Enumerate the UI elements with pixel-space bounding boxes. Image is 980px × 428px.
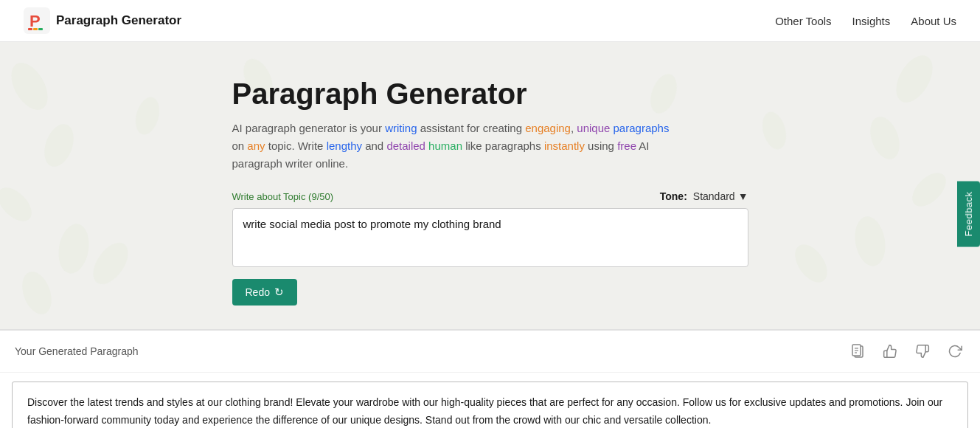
nav-insights[interactable]: Insights: [852, 15, 891, 27]
logo-text: Paragraph Generator: [56, 13, 181, 28]
generated-title: Your Generated Paragraph: [15, 345, 139, 357]
tone-dropdown[interactable]: Standard ▼: [693, 190, 748, 202]
logo-area: P Paragraph Generator: [24, 7, 181, 34]
generated-text: Discover the latest trends and styles at…: [27, 396, 942, 426]
svg-point-6: [39, 120, 79, 171]
chevron-down-icon: ▼: [738, 190, 748, 202]
generated-section: Your Generated Paragraph: [0, 330, 980, 428]
tone-label: Tone:: [660, 190, 687, 202]
svg-point-11: [865, 113, 905, 164]
svg-point-12: [906, 167, 952, 213]
svg-point-10: [889, 49, 940, 109]
svg-point-19: [788, 238, 833, 288]
input-label: Write about Topic (9/50): [232, 191, 334, 202]
svg-point-7: [0, 182, 38, 227]
thumbs-up-icon[interactable]: [880, 341, 900, 362]
content-wrapper: Paragraph Generator AI paragraph generat…: [232, 77, 748, 306]
refresh-icon[interactable]: [945, 341, 965, 362]
svg-point-5: [4, 57, 55, 117]
topic-input[interactable]: [232, 208, 748, 267]
feedback-tab[interactable]: Feedback: [957, 181, 980, 246]
header: P Paragraph Generator Other Tools Insigh…: [0, 0, 980, 42]
action-icons: [847, 341, 965, 362]
input-header: Write about Topic (9/50) Tone: Standard …: [232, 190, 748, 202]
page-title: Paragraph Generator: [232, 77, 748, 111]
svg-point-9: [17, 268, 57, 319]
nav-about-us[interactable]: About Us: [911, 15, 956, 27]
svg-point-17: [759, 109, 790, 152]
nav-links: Other Tools Insights About Us: [775, 15, 956, 27]
generated-header: Your Generated Paragraph: [0, 331, 980, 373]
page-description: AI paragraph generator is your writing a…: [232, 120, 748, 173]
generated-content: Discover the latest trends and styles at…: [12, 382, 968, 428]
bottom-wrapper: Your Generated Paragraph: [0, 329, 980, 428]
nav-other-tools[interactable]: Other Tools: [775, 15, 831, 27]
svg-rect-3: [33, 28, 38, 30]
redo-icon: ↻: [274, 286, 284, 299]
svg-text:P: P: [29, 12, 41, 30]
svg-point-18: [86, 236, 135, 290]
logo-icon: P: [24, 7, 50, 34]
tone-selector: Tone: Standard ▼: [660, 190, 748, 202]
svg-point-13: [851, 214, 889, 269]
copy-icon[interactable]: [847, 341, 868, 362]
svg-rect-4: [38, 28, 43, 30]
redo-button[interactable]: Redo ↻: [232, 279, 297, 306]
svg-point-14: [132, 94, 163, 137]
svg-point-8: [55, 221, 92, 276]
main-content: Paragraph Generator AI paragraph generat…: [0, 42, 980, 329]
input-section: Write about Topic (9/50) Tone: Standard …: [232, 190, 748, 306]
svg-rect-2: [28, 28, 32, 30]
thumbs-down-icon[interactable]: [912, 341, 933, 362]
